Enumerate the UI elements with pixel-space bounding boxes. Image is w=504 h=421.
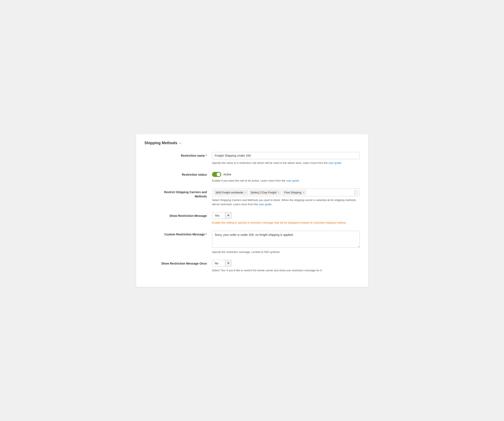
show-restriction-message-hint: Enable this setting to specify a restric… <box>212 221 360 225</box>
show-restriction-message-label: Show Restriction Message <box>144 212 212 218</box>
restrict-carriers-row: Restrict Shipping Carriers and Methods [… <box>144 189 360 206</box>
restriction-name-hint: Specify the name of a restriction rule w… <box>212 161 360 165</box>
tags-dropdown-button[interactable] <box>354 190 358 195</box>
tags-select[interactable]: [dhl] Freight worldwide × [fedex] 3 Day … <box>212 189 360 196</box>
tag-chip-fedex-label: [fedex] 3 Day Freight <box>251 191 276 194</box>
show-restriction-message-once-dropdown-icon <box>227 262 229 264</box>
restrict-carriers-hint: Select Shipping Carriers and Methods you… <box>212 198 360 206</box>
tag-chip-dhl-close[interactable]: × <box>245 191 246 194</box>
toggle-slider <box>212 172 221 177</box>
restriction-name-user-guide-link[interactable]: user guide <box>329 161 341 165</box>
custom-restriction-message-hint: Specify the restriction message. Limited… <box>212 250 360 254</box>
restriction-status-active-label: Active <box>223 173 231 176</box>
edit-icon[interactable]: ✏ <box>179 141 182 145</box>
show-restriction-message-once-hint: Select 'Yes' if you'd like to restrict t… <box>212 268 360 273</box>
show-restriction-message-dropdown-btn[interactable] <box>225 212 231 219</box>
show-restriction-message-select[interactable]: Yes <box>212 212 232 219</box>
restrict-carriers-user-guide-link[interactable]: user guide <box>259 203 271 206</box>
restriction-name-label: Restriction name* <box>144 152 212 158</box>
custom-restriction-message-row: Custom Restriction Message* Sorry, your … <box>144 231 360 254</box>
restriction-status-toggle[interactable] <box>212 172 221 177</box>
restrict-carriers-content: [dhl] Freight worldwide × [fedex] 3 Day … <box>212 189 360 206</box>
show-restriction-message-once-label: Show Restriction Message Once <box>144 260 212 266</box>
restriction-name-row: Restriction name* Specify the name of a … <box>144 152 360 165</box>
custom-restriction-message-label: Custom Restriction Message* <box>144 231 212 237</box>
restriction-name-input[interactable] <box>212 152 360 159</box>
restriction-status-user-guide-link[interactable]: user guide <box>286 179 299 182</box>
show-restriction-message-dropdown-icon <box>227 214 229 217</box>
show-restriction-message-once-select[interactable]: No <box>212 260 232 267</box>
restriction-name-content: Specify the name of a restriction rule w… <box>212 152 360 165</box>
show-restriction-message-once-dropdown-btn[interactable] <box>225 260 231 266</box>
show-restriction-message-once-row: Show Restriction Message Once No Select … <box>144 260 360 273</box>
restriction-status-hint: Enable if you want the rule to be active… <box>212 179 360 183</box>
custom-restriction-message-content: Sorry, your order is under 200, no freig… <box>212 231 360 254</box>
restriction-status-label: Restriction status <box>144 171 212 177</box>
show-restriction-message-value: Yes <box>212 212 225 219</box>
show-restriction-message-once-content: No Select 'Yes' if you'd like to restric… <box>212 260 360 273</box>
tag-chip-fedex: [fedex] 3 Day Freight × <box>249 190 281 195</box>
tag-chip-fedex-close[interactable]: × <box>278 191 279 194</box>
tag-chip-dhl: [dhl] Freight worldwide × <box>214 190 248 195</box>
card-title: Shipping Methods <box>144 141 177 145</box>
shipping-methods-card: Shipping Methods ✏ Restriction name* Spe… <box>136 134 368 287</box>
card-header: Shipping Methods ✏ <box>144 141 360 145</box>
show-restriction-message-row: Show Restriction Message Yes Enable this… <box>144 212 360 225</box>
tag-chip-free-shipping-label: Free Shipping <box>284 191 301 194</box>
tag-chip-dhl-label: [dhl] Freight worldwide <box>216 191 243 194</box>
restriction-status-row: Restriction status Active Enable if you … <box>144 171 360 183</box>
show-restriction-message-once-value: No <box>212 260 225 266</box>
custom-required-star: * <box>206 233 207 236</box>
show-restriction-message-content: Yes Enable this setting to specify a res… <box>212 212 360 225</box>
toggle-wrapper: Active <box>212 171 360 177</box>
tag-chip-free-shipping-close[interactable]: × <box>303 191 304 194</box>
custom-restriction-message-textarea[interactable]: Sorry, your order is under 200, no freig… <box>212 231 360 248</box>
restriction-status-content: Active Enable if you want the rule to be… <box>212 171 360 183</box>
required-star: * <box>206 154 207 157</box>
tag-chip-free-shipping: Free Shipping × <box>282 190 306 195</box>
restrict-carriers-label: Restrict Shipping Carriers and Methods <box>144 189 212 198</box>
